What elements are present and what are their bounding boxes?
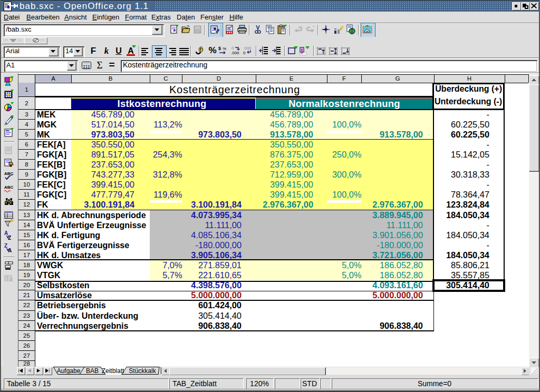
svg-text:Z: Z <box>4 243 7 249</box>
svg-text:.000: .000 <box>243 46 252 51</box>
svg-text:ABC: ABC <box>4 185 14 190</box>
svg-text:.000: .000 <box>231 51 239 55</box>
svg-text:%: % <box>223 46 226 51</box>
svg-text:0: 0 <box>232 46 234 51</box>
svg-text:A: A <box>8 248 12 253</box>
svg-text:$: $ <box>218 46 221 51</box>
svg-text:0: 0 <box>243 51 246 55</box>
